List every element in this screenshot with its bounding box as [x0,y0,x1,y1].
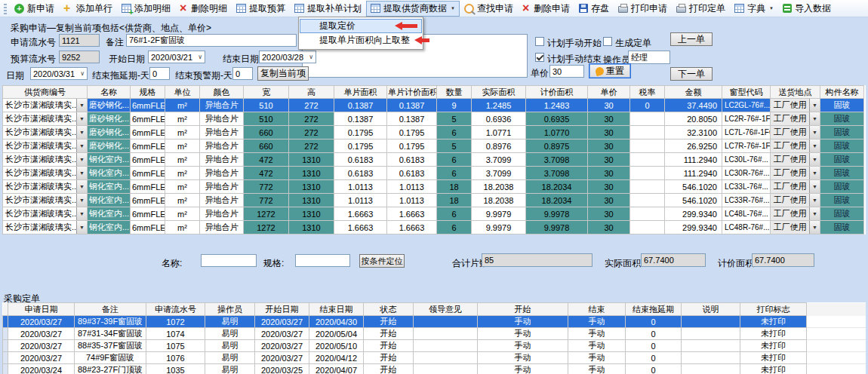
width-cell[interactable]: 660 [244,139,289,153]
serial-cell[interactable]: 1074 [146,328,205,340]
actual-area-cell[interactable]: 18.2038 [472,194,526,207]
menu-item[interactable]: 提取定价 [300,19,422,33]
part-name-cell[interactable]: 固玻 [820,207,864,221]
part-name-cell[interactable]: 固玻 [820,194,864,207]
delivery-cell[interactable]: 工厂使用▼ [771,99,820,112]
copy-current-button[interactable]: 复制当前项 [257,66,309,81]
status-cell[interactable]: 开始 [364,352,414,364]
dropdown-icon[interactable]: ▼ [809,180,820,193]
part-name-cell[interactable]: 固玻 [820,221,864,235]
name-cell[interactable]: 钢化室内... [88,221,131,235]
color-cell[interactable]: 异地合片 [200,99,244,112]
spec-cell[interactable]: 6mmFLE... [131,99,165,112]
end-delay-cell[interactable]: 0 [626,328,682,340]
dropdown-icon[interactable]: ▼ [76,99,87,112]
status-cell[interactable]: 开始 [364,316,414,328]
detail-row[interactable]: 长沙市潇湘玻璃实...▼ 钢化室内... 6mmFLE... m² 异地合片 7… [3,180,864,194]
supplier-cell[interactable]: 长沙市潇湘玻璃实...▼ [3,167,88,180]
leader-opinion-cell[interactable] [414,316,478,328]
width-cell[interactable]: 1272 [244,221,289,235]
delivery-cell[interactable]: 工厂使用▼ [771,194,820,207]
dropdown-icon[interactable]: ▼ [76,112,87,125]
unit-cell[interactable]: m² [165,99,200,112]
toolbar-button[interactable]: 提取预算 ▼ [232,1,290,17]
unit-cell[interactable]: m² [165,153,200,167]
color-cell[interactable]: 异地合片 [200,207,244,221]
tax-cell[interactable] [630,139,665,153]
width-cell[interactable]: 510 [244,99,289,112]
width-cell[interactable]: 472 [244,153,289,167]
delivery-cell[interactable]: 工厂使用▼ [771,180,820,194]
piece-area-cell[interactable]: 1.6663 [334,207,387,221]
piece-priced-area-cell[interactable]: 0.1795 [387,126,437,139]
request-date-cell[interactable]: 2020/03/24 [8,364,75,374]
end-delay-cell[interactable]: 0 [626,316,682,328]
unit-price-field[interactable] [549,65,584,78]
piece-priced-area-cell[interactable]: 1.0113 [387,180,437,194]
end-cell[interactable]: 手动 [568,340,626,352]
name-cell[interactable]: 钢化室内... [88,207,131,221]
tax-cell[interactable] [630,167,665,180]
toolbar-button[interactable]: 删除申请 ▼ [518,1,574,17]
dropdown-icon[interactable]: ▼ [809,99,820,112]
toolbar-button[interactable]: 导入数据 ▼ [778,1,836,17]
color-cell[interactable]: 异地合片 [200,221,244,235]
detail-row[interactable]: 长沙市潇湘玻璃实...▼ 磨砂钢化... 6mmFLE... m² 异地合片 5… [3,112,864,126]
dropdown-icon[interactable]: ▼ [809,139,820,152]
window-code-cell[interactable]: LC2GL-76#... [722,99,771,112]
po-row[interactable]: 2020/03/27 88#35-37F窗固玻 1075 易明 2020/03/… [3,340,866,352]
spec-cell[interactable]: 6mmFLE... [131,139,165,153]
height-cell[interactable]: 272 [289,99,334,112]
spec-cell[interactable]: 6mmFLE... [131,153,165,167]
po-row[interactable]: 2020/03/27 89#37-39F窗固玻 1072 易明 2020/03/… [3,316,866,328]
print-flag-cell[interactable]: 未打印 [740,364,807,374]
spec-cell[interactable]: 6mmFLE... [131,221,165,235]
supplier-cell[interactable]: 长沙市潇湘玻璃实...▼ [3,180,88,194]
supplier-cell[interactable]: 长沙市潇湘玻璃实...▼ [3,139,88,153]
status-cell[interactable]: 开始 [364,340,414,352]
print-flag-cell[interactable]: 未打印 [740,340,807,352]
print-flag-cell[interactable]: 未打印 [740,316,807,328]
end-cell[interactable]: 手动 [568,328,626,340]
print-flag-cell[interactable]: 未打印 [740,352,807,364]
dropdown-icon[interactable]: ▼ [76,194,87,207]
request-date-cell[interactable]: 2020/03/27 [8,316,75,328]
unit-price-cell[interactable]: 30 [588,153,630,167]
part-name-cell[interactable]: 固玻 [820,180,864,194]
menu-item[interactable]: 提取单片面积向上取整 [300,33,422,48]
unit-cell[interactable]: m² [165,126,200,139]
unit-price-cell[interactable]: 30 [588,194,630,207]
end-delay-cell[interactable]: 0 [626,364,682,374]
window-code-cell[interactable]: LC33R-76#... [722,194,771,207]
color-cell[interactable]: 异地合片 [200,180,244,194]
piece-area-cell[interactable]: 0.1387 [334,112,387,126]
amount-cell[interactable]: 546.1020 [665,180,722,194]
desc-cell[interactable] [682,340,740,352]
dropdown-icon[interactable]: ▼ [76,153,87,166]
amount-cell[interactable]: 37.4490 [665,99,722,112]
part-name-cell[interactable]: 固玻 [820,126,864,139]
serial-field[interactable] [59,34,100,47]
budget-field[interactable] [59,51,100,63]
unit-price-cell[interactable]: 30 [588,139,630,153]
detail-row[interactable]: 长沙市潇湘玻璃实...▼ 钢化室内... 6mmFLE... m² 异地合片 1… [3,207,864,221]
amount-cell[interactable]: 111.2940 [665,153,722,167]
piece-priced-area-cell[interactable]: 0.1387 [387,99,437,112]
width-cell[interactable]: 472 [244,167,289,180]
actual-area-cell[interactable]: 0.6936 [472,112,526,126]
leader-opinion-cell[interactable] [414,352,478,364]
qty-cell[interactable]: 5 [437,112,472,126]
toolbar-button[interactable]: 删除明细 ▼ [175,1,232,17]
row-selector[interactable] [3,340,8,352]
priced-area-cell[interactable]: 3.7098 [526,167,588,180]
dropdown-icon[interactable]: ▼ [76,180,87,193]
spec-cell[interactable]: 6mmFLE... [131,112,165,126]
toolbar-button[interactable]: 存盘 ▼ [574,1,614,17]
qty-cell[interactable]: 9 [437,99,472,112]
qty-cell[interactable]: 6 [437,153,472,167]
amount-cell[interactable]: 20.8050 [665,112,722,126]
supplier-cell[interactable]: 长沙市潇湘玻璃实...▼ [3,194,88,207]
manual-end-checkbox[interactable] [535,53,544,62]
end-date-cell[interactable]: 2020/04/12 [309,352,364,364]
height-cell[interactable]: 1310 [289,153,334,167]
